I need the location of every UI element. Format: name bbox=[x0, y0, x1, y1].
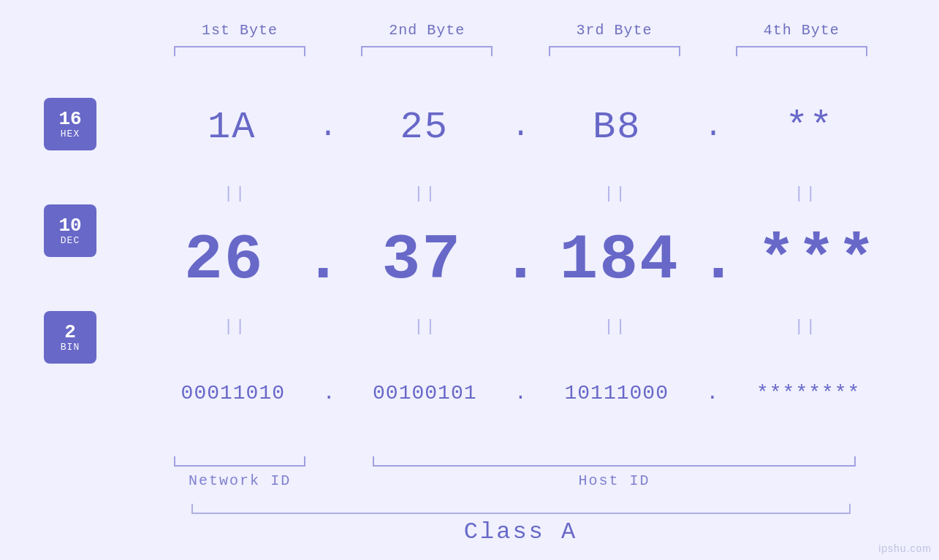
byte-header-4: 4th Byte bbox=[708, 22, 895, 39]
bin-row: 00011010 . 00100101 . 10111000 . *******… bbox=[146, 337, 895, 449]
eq-row-1: || || || || bbox=[146, 183, 895, 204]
hex-dot-3: . bbox=[704, 110, 722, 145]
eq-2-3: || bbox=[527, 318, 705, 336]
class-label-row: Class A bbox=[146, 518, 895, 545]
dec-byte-3: 184 bbox=[541, 224, 698, 296]
rows-wrapper: 1A . 25 . B8 . ** bbox=[146, 71, 895, 449]
top-bracket-2 bbox=[333, 46, 520, 56]
class-label: Class A bbox=[464, 518, 577, 545]
bottom-bracket-netid bbox=[146, 456, 333, 467]
dec-row: 26 . 37 . 184 . *** bbox=[146, 204, 895, 316]
bin-byte-4: ******** bbox=[721, 382, 895, 404]
hex-dot-1: . bbox=[319, 110, 337, 145]
hex-bytes: 1A . 25 . B8 . ** bbox=[146, 106, 895, 149]
eq-2-4: || bbox=[717, 318, 895, 336]
main-container: 1st Byte 2nd Byte 3rd Byte 4th Byte 16 H… bbox=[0, 0, 939, 560]
eq-2-2: || bbox=[336, 318, 514, 336]
watermark: ipshu.com bbox=[878, 542, 932, 554]
dec-byte-1: 26 bbox=[146, 224, 303, 296]
top-bracket-3 bbox=[521, 46, 708, 56]
eq-1-bytes: || || || || bbox=[146, 185, 895, 203]
top-bracket-1 bbox=[146, 46, 333, 56]
byte-header-3: 3rd Byte bbox=[521, 22, 708, 39]
bin-dot-1: . bbox=[323, 382, 335, 404]
eq-row-2: || || || || bbox=[146, 316, 895, 337]
byte-header-2: 2nd Byte bbox=[333, 22, 520, 39]
byte-headers: 1st Byte 2nd Byte 3rd Byte 4th Byte bbox=[44, 22, 895, 39]
bin-dot-2: . bbox=[514, 382, 527, 404]
bottom-section: Network ID Host ID Class A bbox=[44, 456, 895, 545]
top-brackets bbox=[44, 46, 895, 56]
bin-byte-2: 00100101 bbox=[338, 382, 512, 404]
bin-bytes: 00011010 . 00100101 . 10111000 . *******… bbox=[146, 382, 895, 404]
eq-1-1: || bbox=[146, 185, 324, 203]
top-bracket-4 bbox=[708, 46, 895, 56]
dec-badge: 10 DEC bbox=[44, 204, 96, 257]
dec-bytes: 26 . 37 . 184 . *** bbox=[146, 224, 895, 296]
bin-byte-3: 10111000 bbox=[530, 382, 704, 404]
class-bracket bbox=[191, 504, 851, 514]
bottom-bracket-hostid bbox=[333, 456, 895, 467]
eq-2-bytes: || || || || bbox=[146, 318, 895, 336]
hex-byte-3: B8 bbox=[531, 106, 702, 149]
dec-dot-1: . bbox=[304, 224, 343, 296]
class-bracket-row bbox=[146, 504, 895, 514]
label-col: 16 HEX 10 DEC 2 BIN bbox=[44, 71, 146, 449]
content-area: 16 HEX 10 DEC 2 BIN 1A . bbox=[44, 71, 895, 449]
bin-badge: 2 BIN bbox=[44, 311, 96, 364]
hex-byte-1: 1A bbox=[146, 106, 317, 149]
host-id-label: Host ID bbox=[333, 472, 895, 489]
hex-row: 1A . 25 . B8 . ** bbox=[146, 71, 895, 183]
network-host-labels: Network ID Host ID bbox=[146, 472, 895, 489]
bottom-brackets bbox=[146, 456, 895, 467]
bin-byte-1: 00011010 bbox=[146, 382, 320, 404]
dec-byte-2: 37 bbox=[343, 224, 500, 296]
hex-byte-2: 25 bbox=[339, 106, 510, 149]
byte-header-1: 1st Byte bbox=[146, 22, 333, 39]
hex-dot-2: . bbox=[512, 110, 530, 145]
eq-1-3: || bbox=[527, 185, 705, 203]
hex-badge: 16 HEX bbox=[44, 98, 96, 150]
dec-dot-3: . bbox=[699, 224, 738, 296]
bin-dot-3: . bbox=[707, 382, 719, 404]
eq-1-4: || bbox=[717, 185, 895, 203]
dec-dot-2: . bbox=[501, 224, 540, 296]
dec-byte-4: *** bbox=[739, 224, 895, 296]
network-id-label: Network ID bbox=[146, 472, 333, 489]
hex-byte-4: ** bbox=[724, 106, 895, 149]
eq-2-1: || bbox=[146, 318, 324, 336]
eq-1-2: || bbox=[336, 185, 514, 203]
